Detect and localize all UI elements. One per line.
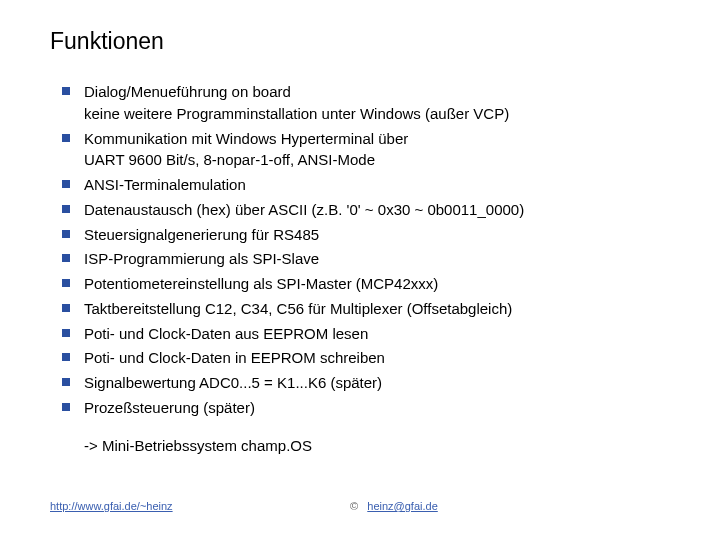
- copyright-symbol: ©: [350, 500, 358, 512]
- footer-link[interactable]: http://www.gfai.de/~heinz: [50, 500, 173, 512]
- footer-email[interactable]: heinz@gfai.de: [367, 500, 438, 512]
- list-item: Poti- und Clock-Daten in EEPROM schreibe…: [84, 347, 670, 369]
- bullet-list: Dialog/Menueführung on boardkeine weiter…: [50, 81, 670, 419]
- list-item: Datenaustausch (hex) über ASCII (z.B. '0…: [84, 199, 670, 221]
- slide-title: Funktionen: [50, 28, 670, 55]
- list-item: Poti- und Clock-Daten aus EEPROM lesen: [84, 323, 670, 345]
- list-item: Dialog/Menueführung on boardkeine weiter…: [84, 81, 670, 125]
- slide: Funktionen Dialog/Menueführung on boardk…: [0, 0, 720, 540]
- list-item: ANSI-Terminalemulation: [84, 174, 670, 196]
- list-item: Steuersignalgenerierung für RS485: [84, 224, 670, 246]
- summary-line: -> Mini-Betriebssystem champ.OS: [84, 435, 670, 457]
- list-item: Potentiometereinstellung als SPI-Master …: [84, 273, 670, 295]
- list-item: Taktbereitstellung C12, C34, C56 für Mul…: [84, 298, 670, 320]
- list-item: ISP-Programmierung als SPI-Slave: [84, 248, 670, 270]
- list-item: Prozeßsteuerung (später): [84, 397, 670, 419]
- list-item: Signalbewertung ADC0...5 = K1...K6 (spät…: [84, 372, 670, 394]
- list-item: Kommunikation mit Windows Hyperterminal …: [84, 128, 670, 172]
